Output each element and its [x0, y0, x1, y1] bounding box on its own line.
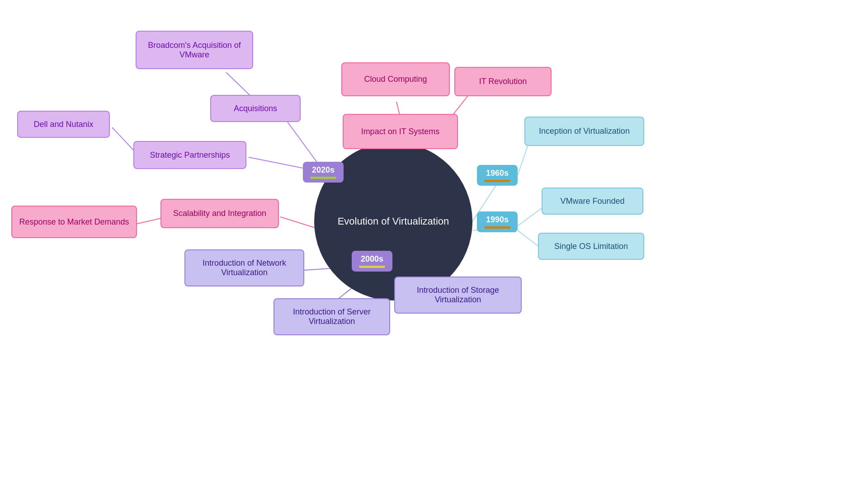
- intro-network-virtualization-label: Introduction of Network Virtualization: [192, 258, 297, 277]
- response-market-demands-node: Response to Market Demands: [11, 206, 137, 238]
- scalability-integration-label: Scalability and Integration: [173, 209, 266, 218]
- era-2020s-label: 2020s: [312, 165, 335, 175]
- inception-virtualization-node: Inception of Virtualization: [524, 117, 644, 146]
- response-market-demands-label: Response to Market Demands: [19, 217, 129, 227]
- impact-it-systems-label: Impact on IT Systems: [361, 127, 440, 136]
- single-os-limitation-label: Single OS Limitation: [554, 242, 628, 251]
- scalability-integration-node: Scalability and Integration: [160, 199, 279, 228]
- broadcom-acquisition-node: Broadcom's Acquisition of VMware: [136, 31, 253, 69]
- it-revolution-label: IT Revolution: [479, 77, 527, 86]
- dell-nutanix-node: Dell and Nutanix: [17, 111, 110, 138]
- era-1990s-label: 1990s: [486, 215, 509, 225]
- dell-nutanix-label: Dell and Nutanix: [33, 120, 93, 129]
- inception-virtualization-label: Inception of Virtualization: [539, 127, 630, 136]
- era-1960s-label: 1960s: [486, 169, 509, 178]
- impact-it-systems-node: Impact on IT Systems: [343, 114, 458, 149]
- acquisitions-node: Acquisitions: [210, 95, 301, 122]
- era-2020s: 2020s: [303, 162, 344, 183]
- acquisitions-label: Acquisitions: [234, 104, 277, 113]
- vmware-founded-label: VMware Founded: [560, 197, 624, 206]
- intro-storage-virtualization-label: Introduction of Storage Virtualization: [401, 286, 514, 305]
- intro-storage-virtualization-node: Introduction of Storage Virtualization: [394, 277, 522, 314]
- vmware-founded-node: VMware Founded: [542, 188, 643, 215]
- single-os-limitation-node: Single OS Limitation: [538, 233, 644, 260]
- it-revolution-node: IT Revolution: [454, 67, 552, 96]
- intro-network-virtualization-node: Introduction of Network Virtualization: [184, 249, 304, 286]
- era-1990s: 1990s: [477, 211, 518, 232]
- broadcom-acquisition-label: Broadcom's Acquisition of VMware: [143, 41, 246, 60]
- intro-server-virtualization-node: Introduction of Server Virtualization: [274, 298, 390, 335]
- era-2000s-label: 2000s: [361, 254, 383, 264]
- strategic-partnerships-label: Strategic Partnerships: [150, 150, 230, 160]
- intro-server-virtualization-label: Introduction of Server Virtualization: [281, 307, 383, 326]
- cloud-computing-node: Cloud Computing: [341, 62, 450, 96]
- center-label: Evolution of Virtualization: [338, 216, 449, 227]
- era-2000s: 2000s: [352, 251, 392, 272]
- strategic-partnerships-node: Strategic Partnerships: [133, 141, 246, 169]
- cloud-computing-label: Cloud Computing: [364, 75, 427, 84]
- era-1960s: 1960s: [477, 165, 518, 186]
